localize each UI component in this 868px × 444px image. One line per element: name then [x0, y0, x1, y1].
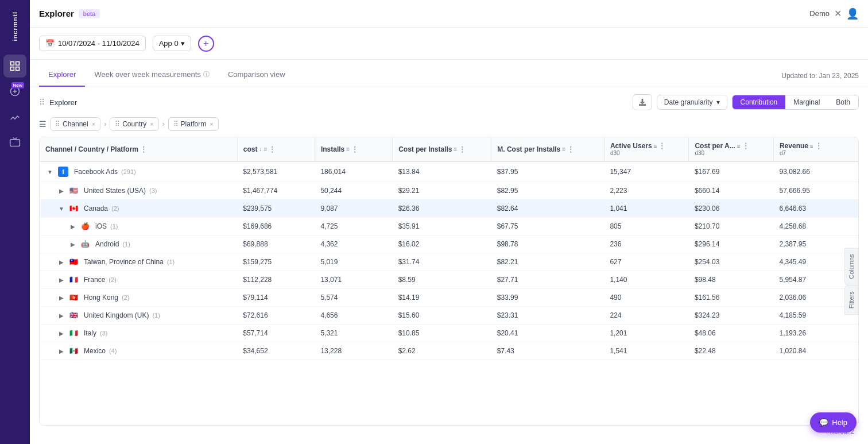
chevron-down-icon: ▾ — [181, 39, 185, 48]
cell-installs: 5,019 — [315, 253, 392, 271]
expand-button[interactable]: ▼ — [45, 169, 55, 175]
add-filter-button[interactable]: + — [198, 36, 214, 52]
marginal-button[interactable]: Marginal — [785, 95, 828, 109]
col-cpi-menu-icon[interactable]: ⋮ — [459, 145, 466, 153]
col-installs-label: Installs — [321, 145, 344, 153]
list-icon[interactable]: ☰ — [39, 119, 46, 129]
sort-down-icon[interactable]: ↓ — [259, 146, 262, 152]
cell-name: ▼ 🇨🇦 Canada (2) — [40, 200, 237, 218]
cell-cost: $239,575 — [237, 200, 315, 218]
breadcrumb-platform[interactable]: ⠿ Platform × — [168, 117, 219, 131]
platform-icon: 🍎 — [81, 222, 90, 230]
contribution-button[interactable]: Contribution — [733, 95, 786, 109]
cell-mcpi: $23.31 — [491, 307, 604, 325]
cell-mcpi: $82.64 — [491, 200, 604, 218]
tab-comparison[interactable]: Comparison view — [219, 63, 294, 87]
cell-active-users: 15,347 — [604, 161, 689, 182]
country-label: Country — [122, 120, 146, 128]
table-header-row: Channel / Country / Platform ⋮ cost ↓ ≡ … — [40, 137, 858, 161]
cell-active-users: 224 — [604, 307, 689, 325]
content-area: ⠿ Explorer Date granularity ▾ Contributi… — [30, 87, 868, 444]
cell-revenue: 57,666.95 — [773, 182, 858, 200]
cell-mcpi: $7.43 — [491, 342, 604, 360]
row-name-text: France — [84, 276, 105, 284]
cell-active-users: 1,541 — [604, 342, 689, 360]
cell-cpa: $296.14 — [689, 235, 774, 253]
cell-name: ▶ 🍎 iOS (1) — [40, 218, 237, 235]
au-filter-icon[interactable]: ≡ — [654, 143, 657, 149]
svg-rect-0 — [11, 62, 14, 65]
col-name-menu-icon[interactable]: ⋮ — [140, 145, 147, 153]
cpa-filter-icon[interactable]: ≡ — [737, 143, 741, 149]
installs-filter-icon[interactable]: ≡ — [346, 146, 350, 152]
rev-filter-icon[interactable]: ≡ — [810, 143, 813, 149]
sidebar-item-analytics[interactable] — [3, 105, 26, 128]
country-close-icon[interactable]: × — [150, 121, 153, 128]
help-button[interactable]: 💬 Help — [810, 412, 857, 433]
expand-button[interactable]: ▶ — [57, 330, 66, 337]
table-row: ▶ 🇹🇼 Taiwan, Province of China (1) $159,… — [40, 253, 858, 271]
breadcrumb-channel[interactable]: ⠿ Channel × — [50, 117, 100, 131]
cell-installs: 5,574 — [315, 289, 392, 307]
tab-explorer[interactable]: Explorer — [39, 63, 85, 87]
col-installs-menu-icon[interactable]: ⋮ — [351, 145, 358, 153]
table-row: ▶ 🇫🇷 France (2) $112,228 13,071 $8.59 $2… — [40, 271, 858, 289]
mcpi-filter-icon[interactable]: ≡ — [562, 146, 565, 152]
tab-wow[interactable]: Week over week measurements ⓘ — [85, 63, 218, 87]
both-button[interactable]: Both — [828, 95, 858, 109]
download-button[interactable] — [633, 94, 652, 110]
table-body: ▼ f Facebook Ads (291) $2,573,581 186,01… — [40, 161, 858, 360]
sidebar-logo: incrmntl — [11, 5, 18, 48]
date-selector[interactable]: 📅 10/07/2024 - 11/10/2024 — [39, 36, 146, 51]
facebook-icon: f — [58, 167, 68, 177]
col-cost-menu-icon[interactable]: ⋮ — [269, 145, 276, 153]
row-count: (291) — [121, 168, 136, 175]
platform-close-icon[interactable]: × — [210, 121, 213, 128]
app-selector[interactable]: App 0 ▾ — [153, 36, 191, 51]
expand-button[interactable]: ▶ — [57, 259, 66, 265]
cell-name: ▶ 🤖 Android (1) — [40, 235, 237, 253]
expand-button[interactable]: ▶ — [57, 188, 66, 194]
cell-cost: $2,573,581 — [237, 161, 315, 182]
cell-installs: 13,071 — [315, 271, 392, 289]
arrow-right-icon: › — [104, 120, 106, 128]
sidebar-item-dashboard[interactable] — [3, 55, 26, 78]
expand-button[interactable]: ▼ — [57, 206, 66, 212]
col-au-menu-icon[interactable]: ⋮ — [658, 142, 665, 150]
breadcrumb-country[interactable]: ⠿ Country × — [110, 117, 158, 131]
col-cpa: Cost per A... ≡ ⋮ d30 — [689, 137, 774, 161]
beta-badge: beta — [79, 9, 100, 18]
topbar-right: Demo ✕ 👤 — [809, 7, 859, 20]
row-name-text: Italy — [84, 329, 96, 337]
expand-button[interactable]: ▶ — [57, 277, 66, 283]
col-cpa-menu-icon[interactable]: ⋮ — [742, 142, 749, 150]
sidebar-item-settings[interactable] — [3, 130, 26, 153]
expand-button[interactable]: ▶ — [57, 348, 66, 354]
breadcrumb: ☰ ⠿ Channel × › ⠿ Country × › ⠿ Platform… — [39, 117, 859, 131]
sidebar-item-new-feature[interactable]: New — [3, 80, 26, 103]
expand-button[interactable]: ▶ — [68, 241, 78, 248]
expand-button[interactable]: ▶ — [68, 223, 78, 230]
cell-cpa: $324.23 — [689, 307, 774, 325]
demo-label: Demo — [809, 9, 830, 18]
flag-icon: 🇺🇸 — [69, 187, 78, 195]
filters-side-tab[interactable]: Filters — [844, 285, 858, 315]
date-granularity-label: Date granularity — [664, 98, 713, 106]
date-range-value: 10/07/2024 - 11/10/2024 — [58, 39, 140, 48]
col-rev-menu-icon[interactable]: ⋮ — [815, 142, 822, 150]
row-count: (1) — [110, 223, 118, 230]
expand-button[interactable]: ▶ — [57, 295, 66, 301]
date-granularity-selector[interactable]: Date granularity ▾ — [657, 95, 727, 110]
col-mcpi-menu-icon[interactable]: ⋮ — [567, 145, 574, 153]
channel-close-icon[interactable]: × — [92, 121, 95, 128]
toolbar: ⠿ Explorer Date granularity ▾ Contributi… — [39, 94, 859, 110]
user-icon[interactable]: 👤 — [846, 7, 859, 20]
cell-cpa: $210.70 — [689, 218, 774, 235]
view-toggle: Contribution Marginal Both — [732, 95, 859, 110]
help-icon: 💬 — [819, 418, 828, 427]
filter-icon[interactable]: ≡ — [264, 146, 267, 152]
expand-button[interactable]: ▶ — [57, 312, 66, 319]
columns-side-tab[interactable]: Columns — [844, 248, 858, 285]
close-icon[interactable]: ✕ — [834, 8, 842, 19]
cpi-filter-icon[interactable]: ≡ — [454, 146, 458, 152]
